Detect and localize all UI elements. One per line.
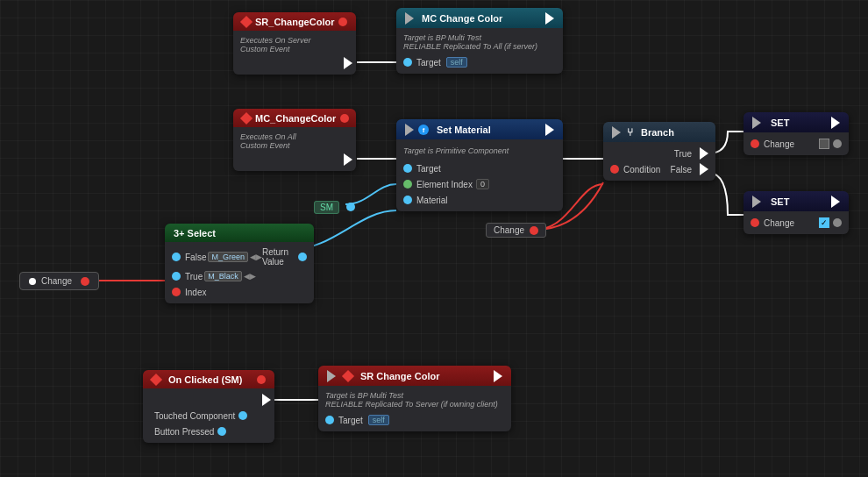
sm-badge[interactable]: SM — [314, 198, 355, 214]
event-pin[interactable] — [340, 114, 349, 123]
target-pin[interactable] — [325, 416, 334, 424]
change-pin[interactable] — [530, 226, 538, 235]
self-badge: self — [446, 57, 467, 68]
node-title: Branch — [641, 127, 674, 138]
exec-in-pin[interactable] — [752, 196, 761, 208]
change-out-pin[interactable] — [81, 277, 89, 286]
arrows: ◀▶ — [250, 253, 262, 261]
change-label: Change — [494, 225, 524, 235]
element-index-label: Element Index — [416, 180, 473, 189]
exec-in-pin[interactable] — [752, 117, 761, 129]
exec-out-pin[interactable] — [831, 117, 840, 129]
button-label: Button Pressed — [154, 427, 214, 437]
value-out-pin[interactable] — [833, 139, 842, 148]
subtitle: Executes On AllCustom Event — [240, 132, 296, 150]
exec-in-pin[interactable] — [612, 126, 621, 139]
exec-out-pin[interactable] — [344, 57, 352, 69]
false-out-pin[interactable] — [700, 163, 708, 175]
event-pin[interactable] — [257, 375, 266, 384]
exec-out-pin[interactable] — [545, 12, 554, 25]
condition-pin[interactable] — [610, 165, 619, 174]
node-mc-change-color-event: MC_ChangeColor Executes On AllCustom Eve… — [233, 109, 356, 171]
target-label: Target — [416, 164, 441, 174]
node-mc-change-color-top: MC Change Color Target is BP Multi TestR… — [396, 8, 563, 74]
node-title: 3+ Select — [174, 228, 216, 238]
exec-in-pin[interactable] — [405, 12, 414, 25]
value-out-pin[interactable] — [833, 218, 842, 227]
node-set-top: SET Change — [743, 112, 849, 155]
sm-out-pin[interactable] — [346, 203, 355, 211]
node-select: 3+ Select False M_Green ◀▶ Return Value … — [165, 224, 314, 303]
index-label: Index — [185, 288, 206, 297]
checkbox[interactable] — [819, 139, 829, 149]
change-label: Change — [41, 276, 72, 286]
event-icon — [240, 16, 253, 28]
node-change-input: Change — [19, 272, 99, 290]
target-pin[interactable] — [403, 58, 412, 67]
subtitle: Target is BP Multi TestRELIABLE Replicat… — [325, 391, 498, 409]
self-badge: self — [368, 415, 389, 425]
false-pin[interactable] — [172, 253, 181, 261]
true-out-pin[interactable] — [700, 147, 708, 160]
change-label: Change — [764, 139, 794, 149]
true-label: True — [185, 272, 203, 281]
true-pin[interactable] — [172, 272, 181, 281]
change-pin[interactable] — [751, 139, 759, 148]
exec-out-pin[interactable] — [262, 394, 271, 406]
node-title: MC_ChangeColor — [255, 113, 336, 124]
false-value[interactable]: M_Green — [208, 252, 248, 262]
event-icon — [150, 374, 162, 386]
target-pin[interactable] — [403, 164, 412, 173]
true-label: True — [674, 149, 692, 159]
touched-label: Touched Component — [154, 411, 235, 421]
node-branch: ⑂ Branch True Condition False — [603, 122, 715, 181]
subtitle: Target is Primitive Component — [403, 146, 509, 155]
out-pin[interactable] — [29, 278, 36, 285]
button-pin[interactable] — [217, 427, 226, 436]
target-label: Target — [338, 416, 363, 425]
node-title: SR_ChangeColor — [255, 17, 334, 27]
exec-out-pin[interactable] — [545, 124, 554, 136]
condition-label: Condition — [623, 165, 660, 174]
node-sr-change-color-top: SR_ChangeColor Executes On ServerCustom … — [233, 12, 356, 75]
false-label: False — [185, 253, 206, 262]
touched-pin[interactable] — [238, 411, 247, 420]
exec-in-pin[interactable] — [405, 124, 414, 136]
exec-out-pin[interactable] — [494, 370, 502, 382]
subtitle: Executes On ServerCustom Event — [240, 36, 311, 53]
exec-in-pin[interactable] — [327, 370, 336, 382]
checkbox-checked[interactable]: ✓ — [819, 217, 829, 228]
node-title: On Clicked (SM) — [168, 374, 242, 385]
false-label: False — [671, 165, 692, 174]
arrows2: ◀▶ — [244, 272, 256, 281]
true-value[interactable]: M_Black — [204, 271, 242, 281]
change-badge[interactable]: Change — [486, 223, 546, 238]
change-pin[interactable] — [751, 218, 759, 227]
node-title: SET — [771, 117, 789, 128]
node-on-clicked: On Clicked (SM) Touched Component Button… — [143, 370, 274, 443]
branch-icon: ⑂ — [627, 126, 633, 139]
node-title: SR Change Color — [360, 371, 439, 381]
node-set-bottom: SET Change ✓ — [743, 191, 849, 234]
event-icon — [240, 112, 253, 125]
event-icon — [342, 370, 354, 382]
node-sr-change-color-bottom: SR Change Color Target is BP Multi TestR… — [318, 366, 511, 431]
element-index-pin[interactable] — [403, 180, 412, 189]
event-pin[interactable] — [338, 18, 347, 26]
return-pin[interactable] — [298, 253, 307, 261]
target-label: Target — [416, 58, 441, 68]
function-icon: f — [418, 125, 429, 135]
index-pin[interactable] — [172, 288, 181, 296]
exec-out-pin[interactable] — [344, 153, 352, 166]
exec-out-pin[interactable] — [831, 196, 840, 208]
return-label: Return Value — [262, 247, 295, 267]
subtitle: Target is BP Multi TestRELIABLE Replicat… — [403, 33, 537, 51]
node-title: Set Material — [437, 125, 491, 135]
node-title: SET — [771, 196, 789, 207]
material-label: Material — [416, 196, 448, 205]
change-label: Change — [764, 218, 794, 228]
node-set-material: f Set Material Target is Primitive Compo… — [396, 119, 563, 211]
material-pin[interactable] — [403, 196, 412, 204]
element-index-value: 0 — [476, 179, 489, 189]
node-title: MC Change Color — [422, 13, 502, 24]
